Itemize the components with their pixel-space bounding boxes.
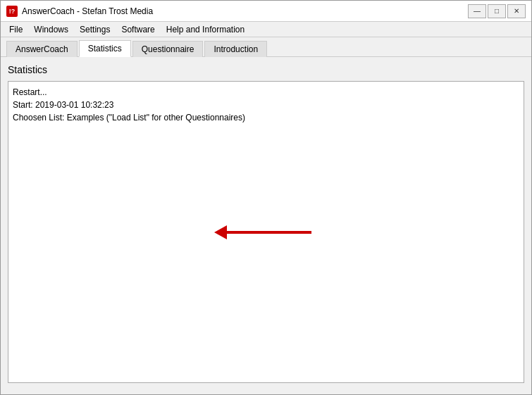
title-bar-controls: — □ ✕ (468, 4, 526, 18)
menu-bar: File Windows Settings Software Help and … (1, 22, 531, 37)
stats-line-1: Restart... (13, 86, 519, 99)
minimize-button[interactable]: — (468, 4, 486, 18)
title-bar-left: !? AnswerCoach - Stefan Trost Media (6, 6, 153, 17)
stats-line-2: Start: 2019-03-01 10:32:23 (13, 99, 519, 111)
statistics-content: Restart... Start: 2019-03-01 10:32:23 Ch… (13, 86, 519, 124)
tab-introduction[interactable]: Introduction (204, 41, 267, 57)
statistics-textbox: Restart... Start: 2019-03-01 10:32:23 Ch… (8, 81, 524, 383)
menu-item-software[interactable]: Software (116, 23, 160, 36)
menu-item-settings[interactable]: Settings (74, 23, 116, 36)
stats-line-3: Choosen List: Examples ("Load List" for … (13, 111, 519, 124)
close-button[interactable]: ✕ (507, 4, 526, 18)
arrow-head-icon (214, 225, 227, 239)
main-window: !? AnswerCoach - Stefan Trost Media — □ … (0, 0, 532, 395)
maximize-button[interactable]: □ (488, 4, 506, 18)
menu-item-help[interactable]: Help and Information (161, 23, 250, 36)
arrow-line-icon (227, 231, 311, 234)
tab-statistics[interactable]: Statistics (79, 40, 131, 57)
menu-item-windows[interactable]: Windows (28, 23, 74, 36)
app-icon: !? (6, 6, 18, 17)
arrow-indicator (214, 225, 311, 239)
tab-answercoach[interactable]: AnswerCoach (6, 41, 78, 57)
window-title: AnswerCoach - Stefan Trost Media (22, 6, 153, 16)
menu-item-file[interactable]: File (4, 23, 28, 36)
app-icon-text: !? (9, 8, 16, 15)
panel-title: Statistics (8, 64, 524, 75)
title-bar: !? AnswerCoach - Stefan Trost Media — □ … (1, 1, 531, 22)
content-area: Statistics Restart... Start: 2019-03-01 … (1, 57, 531, 394)
tab-questionnaire[interactable]: Questionnaire (132, 41, 204, 57)
tabs-bar: AnswerCoach Statistics Questionnaire Int… (1, 37, 531, 57)
